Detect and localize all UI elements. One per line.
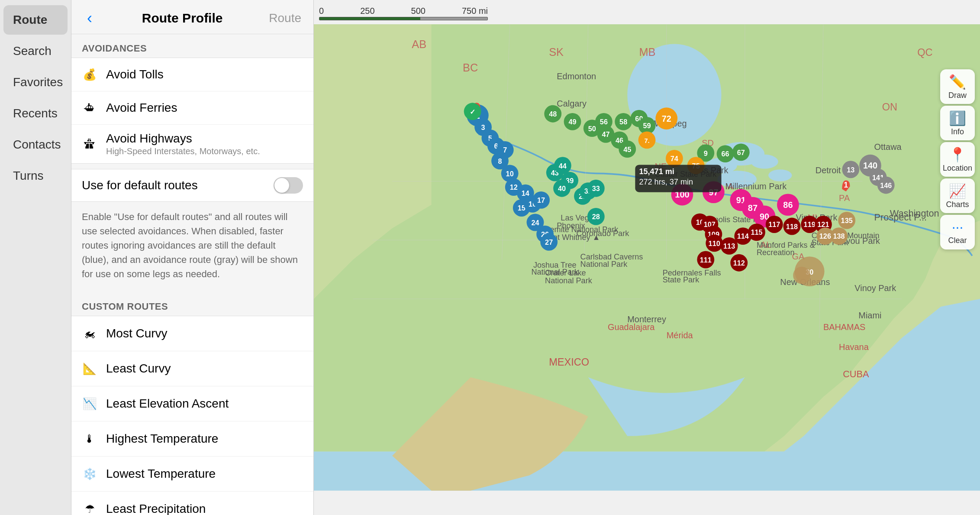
svg-text:Recreation: Recreation: [757, 248, 795, 257]
svg-text:MEXICO: MEXICO: [549, 356, 589, 368]
least-curvy-item[interactable]: 📐 Least Curvy: [71, 351, 313, 386]
svg-text:National Park: National Park: [580, 260, 628, 269]
svg-text:Miami: Miami: [858, 311, 881, 320]
least-elevation-label: Least Elevation Ascent: [106, 397, 229, 411]
toggle-knob: [274, 178, 289, 193]
avoid-tolls-item[interactable]: 💰 Avoid Tolls: [71, 58, 313, 91]
svg-text:8: 8: [498, 157, 502, 165]
lowest-temperature-item[interactable]: ❄️ Lowest Temperature: [71, 457, 313, 492]
svg-text:MB: MB: [639, 46, 655, 58]
svg-text:72: 72: [662, 114, 671, 123]
location-label: Location: [943, 164, 972, 173]
sidebar-item-favorites[interactable]: Favorites: [3, 68, 68, 97]
avoid-ferries-item[interactable]: ⛴ Avoid Ferries: [71, 91, 313, 125]
info-button[interactable]: ℹ️ Info: [940, 106, 975, 140]
least-precip-label: Least Precipitation: [106, 502, 206, 515]
svg-text:48: 48: [549, 110, 557, 118]
svg-text:58: 58: [619, 118, 627, 126]
svg-text:14: 14: [522, 189, 529, 197]
default-routes-toggle[interactable]: [274, 177, 303, 194]
most-curvy-icon: 🏍: [80, 324, 99, 343]
svg-text:Millennium Park: Millennium Park: [725, 181, 787, 191]
svg-text:86: 86: [783, 200, 793, 210]
svg-text:126: 126: [819, 232, 831, 240]
svg-text:State Park: State Park: [663, 275, 700, 284]
scale-bar: [319, 17, 488, 20]
svg-text:Mérida: Mérida: [667, 330, 693, 340]
location-button[interactable]: 📍 Location: [940, 142, 975, 177]
svg-text:Coronado Park: Coronado Park: [577, 229, 630, 238]
info-icon: ℹ️: [949, 110, 966, 126]
scale-labels: 0 250 500 750 mi: [319, 6, 488, 16]
svg-text:Havana: Havana: [839, 342, 869, 352]
svg-text:Washington: Washington: [890, 208, 939, 219]
svg-text:118: 118: [786, 223, 798, 230]
svg-text:47: 47: [602, 130, 609, 138]
scale-0: 0: [319, 6, 324, 16]
info-label: Info: [951, 127, 964, 136]
panel-header: ‹ Route Profile Route: [71, 0, 313, 34]
svg-text:Detroit: Detroit: [816, 165, 841, 175]
avoid-ferries-label: Avoid Ferries: [106, 101, 305, 115]
least-precipitation-item[interactable]: ☂ Least Precipitation: [71, 492, 313, 515]
scale-750: 750 mi: [462, 6, 488, 16]
sidebar-item-route[interactable]: Route: [3, 5, 68, 35]
svg-text:Guadalajara: Guadalajara: [608, 322, 655, 332]
least-elevation-ascent-item[interactable]: 📉 Least Elevation Ascent: [71, 386, 313, 421]
svg-text:13: 13: [847, 166, 854, 174]
sidebar-item-recents[interactable]: Recents: [3, 99, 68, 128]
clear-icon: ···: [952, 219, 964, 235]
scale-500: 500: [411, 6, 426, 16]
map-svg: BC AB SK MB QC ON NE IA MI AL GA PA NV S…: [314, 0, 980, 515]
avoid-highways-item[interactable]: 🛣 Avoid Highways High-Speed Interstates,…: [71, 125, 313, 163]
most-curvy-label: Most Curvy: [106, 327, 168, 340]
svg-text:74: 74: [671, 155, 678, 162]
highest-temp-icon: 🌡: [80, 429, 99, 448]
map-area: BC AB SK MB QC ON NE IA MI AL GA PA NV S…: [314, 0, 980, 515]
draw-icon: ✏️: [949, 74, 966, 90]
svg-text:28: 28: [592, 213, 600, 220]
svg-text:49: 49: [568, 118, 576, 126]
svg-text:1: 1: [844, 181, 848, 189]
clear-map-button[interactable]: ··· Clear: [940, 215, 975, 249]
svg-text:CUBA: CUBA: [843, 369, 869, 379]
avoid-ferries-icon: ⛴: [80, 98, 99, 117]
svg-text:AB: AB: [412, 38, 426, 50]
custom-routes-header: CUSTOM ROUTES: [71, 292, 313, 316]
least-curvy-label: Least Curvy: [106, 362, 171, 376]
avoidances-header: AVOIDANCES: [71, 34, 313, 58]
svg-text:15,471 mi: 15,471 mi: [639, 167, 674, 176]
map-scale: 0 250 500 750 mi: [319, 6, 488, 20]
avoid-highways-icon: 🛣: [80, 135, 99, 154]
svg-text:140: 140: [863, 161, 877, 170]
svg-text:112: 112: [733, 259, 745, 267]
svg-text:10: 10: [506, 170, 514, 178]
highest-temperature-item[interactable]: 🌡 Highest Temperature: [71, 421, 313, 457]
svg-text:PA: PA: [839, 193, 850, 203]
sidebar-item-contacts[interactable]: Contacts: [3, 130, 68, 159]
avoidances-list: 💰 Avoid Tolls ⛴ Avoid Ferries 🛣 Avoid Hi…: [71, 58, 313, 164]
svg-text:50: 50: [588, 125, 596, 133]
charts-button[interactable]: 📈 Charts: [940, 178, 975, 213]
clear-label: Clear: [948, 236, 967, 245]
svg-text:7.: 7.: [644, 137, 649, 144]
sidebar-item-turns[interactable]: Turns: [3, 161, 68, 191]
draw-label: Draw: [948, 91, 967, 100]
svg-text:66: 66: [721, 150, 729, 158]
svg-text:27: 27: [545, 238, 553, 246]
svg-point-5: [768, 169, 792, 181]
most-curvy-item[interactable]: 🏍 Most Curvy: [71, 316, 313, 351]
sidebar-item-search[interactable]: Search: [3, 36, 68, 66]
custom-routes-list: 🏍 Most Curvy 📐 Least Curvy 📉 Least Eleva…: [71, 316, 313, 515]
charts-label: Charts: [946, 200, 969, 209]
use-for-default-routes-row: Use for default routes: [71, 169, 313, 202]
svg-text:Ottawa: Ottawa: [874, 142, 902, 152]
svg-text:113: 113: [723, 242, 735, 250]
back-button[interactable]: ‹: [80, 9, 99, 28]
draw-button[interactable]: ✏️ Draw: [940, 69, 975, 104]
route-tab-button[interactable]: Route: [265, 10, 305, 27]
svg-text:115: 115: [751, 228, 762, 236]
avoid-highways-label: Avoid Highways: [106, 132, 305, 146]
svg-text:138: 138: [833, 232, 845, 240]
lowest-temp-label: Lowest Temperature: [106, 467, 216, 481]
